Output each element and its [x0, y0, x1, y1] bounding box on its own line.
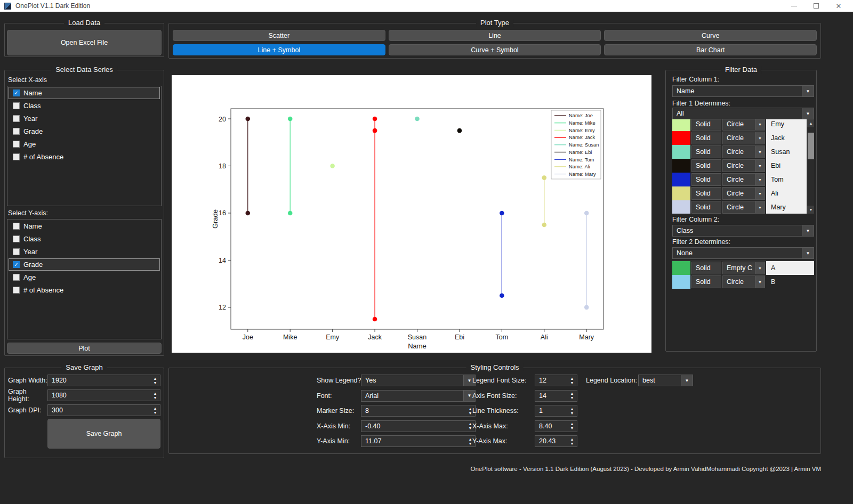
scroll-up-icon[interactable]: ▲ — [807, 119, 814, 127]
spin-up-icon[interactable]: ▲ — [570, 422, 574, 426]
spinner-arrows-icon[interactable]: ▲▼ — [567, 437, 577, 445]
spin-down-icon[interactable]: ▼ — [469, 442, 472, 445]
filter-name-cell[interactable]: A — [766, 261, 814, 275]
line-style-cell[interactable]: Solid — [691, 119, 721, 131]
chevron-down-icon[interactable]: ▼ — [802, 248, 814, 258]
marker-style-combo[interactable]: Circle▼ — [722, 145, 765, 158]
marker-style-combo[interactable]: Circle▼ — [722, 119, 765, 131]
spin-down-icon[interactable]: ▼ — [154, 381, 157, 385]
checkbox-unchecked-icon[interactable] — [13, 235, 20, 242]
spin-down-icon[interactable]: ▼ — [469, 426, 472, 430]
filter-name-cell[interactable]: Jack — [766, 131, 807, 145]
x-axis-item-age[interactable]: Age — [9, 138, 160, 150]
filter-name-cell[interactable]: Ebi — [766, 159, 807, 173]
spinner-arrows-icon[interactable]: ▲▼ — [567, 392, 577, 400]
spin-up-icon[interactable]: ▲ — [570, 377, 574, 380]
marker-style-combo[interactable]: Circle▼ — [722, 275, 765, 288]
plot-type-line-button[interactable]: Line — [389, 30, 601, 41]
show-legend-combo[interactable]: Yes▼ — [361, 375, 476, 386]
y-axis-item-age[interactable]: Age — [9, 271, 160, 283]
spin-down-icon[interactable]: ▼ — [570, 396, 574, 400]
checkbox-unchecked-icon[interactable] — [13, 287, 20, 294]
filter-name-cell[interactable]: B — [766, 275, 814, 289]
spinner-arrows-icon[interactable]: ▲▼ — [150, 377, 160, 385]
color-swatch[interactable] — [672, 119, 690, 131]
x-axis-item-grade[interactable]: Grade — [9, 125, 160, 137]
plot-button[interactable]: Plot — [7, 343, 162, 354]
filter-name-cell[interactable]: Emy — [766, 119, 807, 131]
chevron-down-icon[interactable]: ▼ — [755, 174, 765, 185]
filter-2-determines-combo[interactable]: None ▼ — [672, 247, 814, 259]
spin-up-icon[interactable]: ▲ — [154, 377, 157, 380]
checkbox-unchecked-icon[interactable] — [13, 223, 20, 230]
filter-1-determines-combo[interactable]: All ▼ — [672, 108, 814, 119]
y-axis-item-grade[interactable]: ✓Grade — [9, 258, 160, 271]
x-axis-min-spin[interactable]: -0.40▲▼ — [361, 420, 476, 432]
line-style-cell[interactable]: Solid — [691, 145, 721, 158]
y-axis-max-spin[interactable]: 20.43▲▼ — [535, 435, 577, 447]
scrollbar-thumb[interactable] — [808, 133, 814, 159]
plot-type-scatter-button[interactable]: Scatter — [173, 30, 385, 41]
scroll-down-icon[interactable]: ▼ — [807, 206, 814, 214]
checkbox-unchecked-icon[interactable] — [13, 274, 20, 281]
filter-1-scrollbar[interactable]: ▲ ▼ — [807, 119, 814, 214]
chevron-down-icon[interactable]: ▼ — [802, 225, 814, 236]
line-thickness-spin[interactable]: 1▲▼ — [535, 405, 577, 417]
chevron-down-icon[interactable]: ▼ — [755, 132, 765, 144]
checkbox-unchecked-icon[interactable] — [13, 115, 20, 122]
line-style-cell[interactable]: Solid — [691, 201, 721, 214]
color-swatch[interactable] — [672, 145, 690, 159]
chevron-down-icon[interactable]: ▼ — [755, 276, 765, 288]
marker-size-spin[interactable]: 8▲▼ — [361, 405, 476, 417]
color-swatch[interactable] — [672, 173, 690, 186]
graph-width-spinbox[interactable]: 1920▲▼ — [47, 375, 160, 386]
spinner-arrows-icon[interactable]: ▲▼ — [150, 392, 160, 400]
chevron-down-icon[interactable]: ▼ — [755, 146, 765, 158]
y-axis-item-year[interactable]: Year — [9, 246, 160, 258]
marker-style-combo[interactable]: Circle▼ — [722, 159, 765, 172]
checkbox-unchecked-icon[interactable] — [13, 248, 20, 255]
line-style-cell[interactable]: Solid — [691, 275, 721, 288]
marker-style-combo[interactable]: Circle▼ — [722, 187, 765, 200]
line-style-cell[interactable]: Solid — [691, 132, 721, 144]
font-combo[interactable]: Arial▼ — [361, 390, 476, 402]
filter-column-2-combo[interactable]: Class ▼ — [672, 225, 814, 237]
save-graph-button[interactable]: Save Graph — [47, 419, 160, 449]
filter-name-cell[interactable]: Mary — [766, 200, 807, 214]
chevron-down-icon[interactable]: ▼ — [755, 201, 765, 213]
line-style-cell[interactable]: Solid — [691, 187, 721, 200]
line-style-cell[interactable]: Solid — [691, 262, 721, 274]
chevron-down-icon[interactable]: ▼ — [755, 160, 765, 172]
spinner-arrows-icon[interactable]: ▲▼ — [150, 407, 160, 414]
spin-down-icon[interactable]: ▼ — [154, 411, 157, 414]
spin-down-icon[interactable]: ▼ — [154, 396, 157, 400]
filter-name-cell[interactable]: Tom — [766, 173, 807, 186]
spin-down-icon[interactable]: ▼ — [469, 411, 472, 415]
spin-up-icon[interactable]: ▲ — [469, 407, 472, 411]
close-button[interactable]: ✕ — [835, 2, 842, 10]
plot-type-curve-button[interactable]: Curve — [604, 30, 817, 41]
spinner-arrows-icon[interactable]: ▲▼ — [567, 377, 577, 385]
checkbox-unchecked-icon[interactable] — [13, 141, 20, 148]
legend-location-combo[interactable]: best▼ — [638, 375, 693, 386]
filter-name-cell[interactable]: Susan — [766, 145, 807, 159]
x-axis-item-of-absence[interactable]: # of Absence — [9, 151, 160, 163]
x-axis-item-class[interactable]: Class — [9, 100, 160, 112]
marker-style-combo[interactable]: Empty C▼ — [722, 262, 765, 274]
chevron-down-icon[interactable]: ▼ — [755, 188, 765, 199]
checkbox-unchecked-icon[interactable] — [13, 102, 20, 109]
marker-style-combo[interactable]: Circle▼ — [722, 173, 765, 186]
spinner-arrows-icon[interactable]: ▲▼ — [567, 407, 577, 415]
minimize-button[interactable] — [790, 2, 798, 10]
y-axis-min-spin[interactable]: 11.07▲▼ — [361, 435, 476, 447]
color-swatch[interactable] — [672, 200, 690, 214]
chevron-down-icon[interactable]: ▼ — [755, 262, 765, 274]
spin-down-icon[interactable]: ▼ — [570, 381, 574, 385]
graph-dpi-spinbox[interactable]: 300▲▼ — [47, 404, 160, 416]
spin-up-icon[interactable]: ▲ — [570, 392, 574, 395]
spin-up-icon[interactable]: ▲ — [469, 437, 472, 441]
spin-up-icon[interactable]: ▲ — [469, 422, 472, 426]
checkbox-checked-icon[interactable]: ✓ — [13, 261, 20, 268]
spin-up-icon[interactable]: ▲ — [154, 407, 157, 410]
y-axis-item-class[interactable]: Class — [9, 233, 160, 245]
